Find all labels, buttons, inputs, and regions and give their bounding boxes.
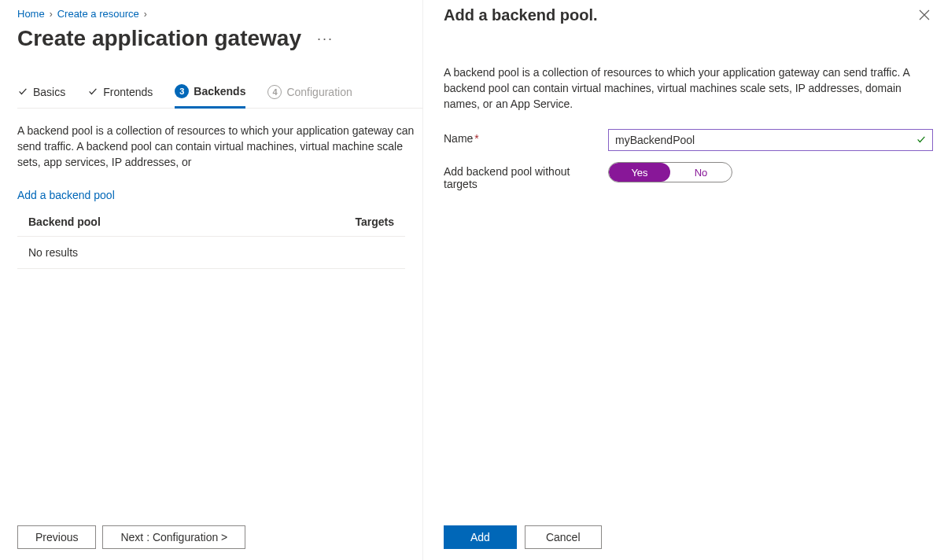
add-button[interactable]: Add — [444, 525, 517, 549]
toggle-option-yes[interactable]: Yes — [609, 163, 670, 182]
breadcrumb: Home › Create a resource › — [17, 8, 422, 20]
step-basics[interactable]: Basics — [17, 86, 65, 107]
no-targets-toggle[interactable]: Yes No — [608, 162, 732, 182]
close-icon[interactable] — [916, 6, 933, 27]
more-actions-button[interactable]: ··· — [317, 31, 334, 47]
chevron-right-icon: › — [50, 9, 53, 20]
previous-button[interactable]: Previous — [17, 525, 96, 549]
step-number-icon: 4 — [267, 85, 282, 99]
wizard-footer: Previous Next : Configuration > — [17, 525, 245, 549]
step-label: Configuration — [286, 86, 352, 98]
name-label: Name* — [444, 129, 605, 145]
breadcrumb-home[interactable]: Home — [17, 8, 45, 20]
cancel-button[interactable]: Cancel — [525, 525, 602, 549]
step-label: Frontends — [103, 86, 153, 98]
column-header-targets[interactable]: Targets — [253, 208, 405, 237]
step-frontends[interactable]: Frontends — [87, 86, 153, 107]
step-configuration: 4 Configuration — [267, 85, 352, 107]
backend-pool-form: Name* Add backend pool without targets Y… — [444, 129, 933, 190]
next-button[interactable]: Next : Configuration > — [102, 525, 245, 549]
panel-description: A backend pool is a collection of resour… — [444, 64, 933, 112]
chevron-right-icon: › — [144, 9, 147, 20]
toggle-option-no[interactable]: No — [670, 163, 732, 182]
step-label: Basics — [33, 86, 65, 98]
step-label: Backends — [194, 85, 245, 98]
backend-pool-table: Backend pool Targets No results — [17, 208, 405, 269]
panel-title: Add a backend pool. — [444, 6, 598, 24]
step-backends[interactable]: 3 Backends — [175, 84, 245, 109]
check-icon — [17, 86, 28, 99]
backends-description: A backend pool is a collection of resour… — [17, 123, 422, 170]
step-number-icon: 3 — [175, 84, 189, 98]
no-targets-label: Add backend pool without targets — [444, 162, 605, 190]
check-icon — [87, 86, 98, 99]
breadcrumb-create-resource[interactable]: Create a resource — [57, 8, 139, 20]
wizard-stepper: Basics Frontends 3 Backends 4 Configurat… — [17, 84, 422, 108]
panel-footer: Add Cancel — [444, 525, 602, 549]
add-backend-pool-link[interactable]: Add a backend pool — [17, 189, 422, 201]
table-row: No results — [17, 237, 405, 269]
main-content: Home › Create a resource › Create applic… — [0, 0, 422, 560]
column-header-pool[interactable]: Backend pool — [17, 208, 253, 237]
name-input[interactable] — [608, 129, 933, 151]
check-icon — [916, 134, 927, 147]
page-title: Create application gateway — [17, 26, 301, 51]
add-backend-pool-panel: Add a backend pool. A backend pool is a … — [422, 0, 944, 560]
no-results-cell: No results — [17, 237, 405, 269]
